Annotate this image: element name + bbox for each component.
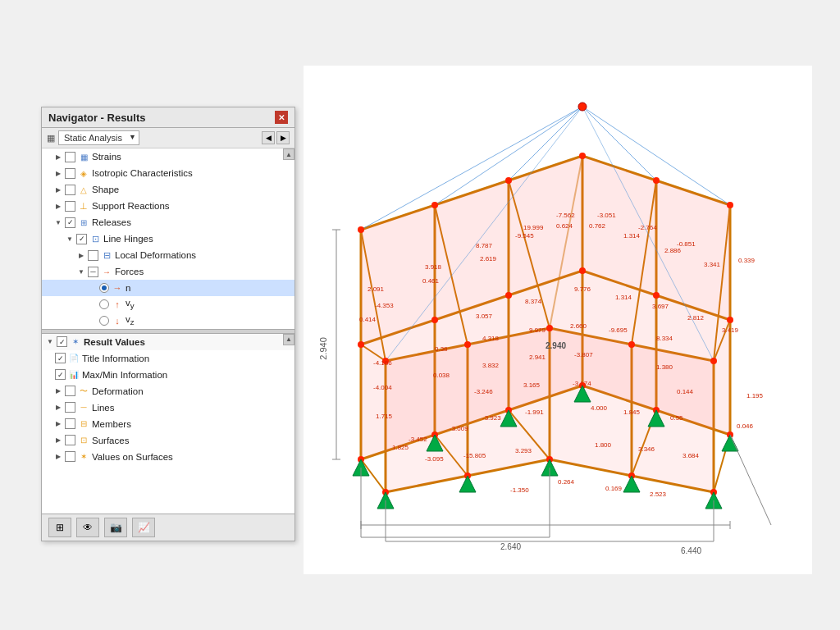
checkbox-support[interactable] xyxy=(65,201,75,212)
tree-item-isotropic[interactable]: ▶ ◈ Isotropic Characteristics xyxy=(42,165,294,181)
tree-item-values-on-surfaces[interactable]: ▶ ✶ Values on Surfaces xyxy=(42,449,294,465)
svg-text:0.414: 0.414 xyxy=(359,316,377,323)
checkbox-shape[interactable] xyxy=(65,185,75,195)
radio-vy[interactable] xyxy=(99,299,109,309)
svg-text:0.38: 0.38 xyxy=(435,345,448,353)
checkbox-local-deformations[interactable] xyxy=(88,250,98,261)
svg-point-69 xyxy=(578,103,587,111)
expand-vy-icon xyxy=(88,299,98,309)
expand-support-icon: ▶ xyxy=(53,201,63,211)
close-button[interactable]: ✕ xyxy=(275,111,288,124)
svg-text:-3.095: -3.095 xyxy=(425,455,444,463)
view-button[interactable]: ⊞ xyxy=(48,518,71,537)
nav-arrows: ◀ ▶ xyxy=(262,131,290,144)
tree-item-forces[interactable]: ▼ → Forces xyxy=(42,263,294,280)
scroll-up-arrow[interactable]: ▲ xyxy=(283,148,294,160)
support-reactions-label: Support Reactions xyxy=(92,201,170,211)
tree-item-title-info[interactable]: 📄 Title Information xyxy=(42,350,294,367)
svg-text:0.339: 0.339 xyxy=(738,257,756,264)
svg-text:0.461: 0.461 xyxy=(422,277,440,285)
analysis-dropdown[interactable]: Static Analysis ▼ xyxy=(58,130,139,145)
values-on-surfaces-icon: ✶ xyxy=(77,450,90,463)
tree-item-releases[interactable]: ▼ ⊞ Releases xyxy=(42,214,294,231)
tree-item-local-deformations[interactable]: ▶ ⊟ Local Deformations xyxy=(42,247,294,263)
svg-text:3.057: 3.057 xyxy=(476,313,493,320)
svg-text:0.038: 0.038 xyxy=(433,372,450,379)
tree-item-strains[interactable]: ▶ ▦ Strains xyxy=(42,148,294,165)
checkbox-strains[interactable] xyxy=(65,152,75,162)
n-label: n xyxy=(126,283,130,293)
expand-n-icon xyxy=(88,283,98,293)
releases-icon: ⊞ xyxy=(77,216,90,229)
tree-item-result-values[interactable]: ▼ ✶ Result Values xyxy=(42,334,294,350)
tree-item-deformation[interactable]: ▶ 〜 Deformation xyxy=(42,383,294,399)
chart-button[interactable]: 📈 xyxy=(132,518,155,537)
svg-text:-4.004: -4.004 xyxy=(373,384,392,391)
checkbox-members[interactable] xyxy=(65,418,75,429)
strains-icon: ▦ xyxy=(77,150,90,163)
expand-members-icon: ▶ xyxy=(53,419,63,429)
svg-text:1.195: 1.195 xyxy=(746,392,764,399)
svg-text:-3.246: -3.246 xyxy=(474,388,493,395)
svg-point-94 xyxy=(628,341,635,348)
tree-item-vz[interactable]: ↓ vz xyxy=(42,313,294,329)
values-on-surfaces-label: Values on Surfaces xyxy=(92,452,173,462)
svg-text:1.314: 1.314 xyxy=(623,232,641,240)
svg-text:-1.350: -1.350 xyxy=(510,486,529,494)
tree-item-vy[interactable]: ↑ vy xyxy=(42,296,294,313)
tree-item-support-reactions[interactable]: ▶ ⊥ Support Reactions xyxy=(42,198,294,214)
svg-text:6.440: 6.440 xyxy=(681,546,701,555)
svg-text:0.762: 0.762 xyxy=(589,222,606,230)
expand-vals-surf-icon: ▶ xyxy=(53,452,63,462)
checkbox-title-info[interactable] xyxy=(55,353,66,363)
svg-text:-2.764: -2.764 xyxy=(638,224,657,231)
tree-item-shape[interactable]: ▶ △ Shape xyxy=(42,181,294,198)
next-button[interactable]: ▶ xyxy=(276,131,290,144)
checkbox-iso[interactable] xyxy=(65,168,75,179)
svg-point-74 xyxy=(431,317,438,323)
tree-item-n[interactable]: → n xyxy=(42,280,294,296)
tree-item-maxmin-info[interactable]: 📊 Max/Min Information xyxy=(42,367,294,383)
svg-text:2.940: 2.940 xyxy=(546,341,566,350)
scroll-up-arrow-2[interactable]: ▲ xyxy=(283,334,294,345)
checkbox-forces[interactable] xyxy=(88,267,98,277)
chart-icon: 📈 xyxy=(138,522,150,533)
shape-label: Shape xyxy=(92,185,119,194)
checkbox-deformation[interactable] xyxy=(65,386,75,396)
vy-icon: ↑ xyxy=(111,298,124,311)
svg-text:-3.923: -3.923 xyxy=(482,414,501,422)
checkbox-values-on-surfaces[interactable] xyxy=(65,451,75,462)
deformation-icon: 〜 xyxy=(77,385,90,398)
svg-text:8.374: 8.374 xyxy=(525,298,542,305)
tree-item-surfaces[interactable]: ▶ ⊡ Surfaces xyxy=(42,432,294,449)
radio-vz[interactable] xyxy=(99,316,109,326)
tree-item-line-hinges[interactable]: ▼ ⊡ Line Hinges xyxy=(42,231,294,247)
svg-text:-15.805: -15.805 xyxy=(463,452,486,459)
checkbox-lines[interactable] xyxy=(65,402,75,413)
camera-icon: 📷 xyxy=(110,522,122,533)
tree-item-members[interactable]: ▶ ⊟ Members xyxy=(42,416,294,432)
surfaces-icon: ⊡ xyxy=(77,434,90,447)
radio-n[interactable] xyxy=(99,283,109,293)
checkbox-result-values[interactable] xyxy=(57,336,67,347)
support-icon: ⊥ xyxy=(77,199,90,212)
checkbox-maxmin-info[interactable] xyxy=(55,369,66,380)
checkbox-line-hinges[interactable] xyxy=(76,234,87,244)
svg-text:8.787: 8.787 xyxy=(476,242,493,249)
svg-text:1.825: 1.825 xyxy=(392,444,409,451)
svg-text:3.341: 3.341 xyxy=(704,261,721,268)
svg-text:-4.186: -4.186 xyxy=(373,359,392,367)
lines-icon: ─ xyxy=(77,401,90,414)
checkbox-surfaces[interactable] xyxy=(65,435,75,445)
svg-text:-9.695: -9.695 xyxy=(609,326,628,334)
camera-button[interactable]: 📷 xyxy=(104,518,127,537)
isotropic-label: Isotropic Characteristics xyxy=(92,168,193,178)
svg-text:3.697: 3.697 xyxy=(652,303,669,310)
eye-button[interactable]: 👁 xyxy=(76,518,99,537)
svg-text:4.000: 4.000 xyxy=(591,404,608,412)
prev-button[interactable]: ◀ xyxy=(262,131,275,144)
expand-result-values-icon: ▼ xyxy=(45,337,55,347)
svg-text:2.941: 2.941 xyxy=(529,354,546,361)
checkbox-releases[interactable] xyxy=(65,217,75,228)
tree-item-lines[interactable]: ▶ ─ Lines xyxy=(42,399,294,416)
